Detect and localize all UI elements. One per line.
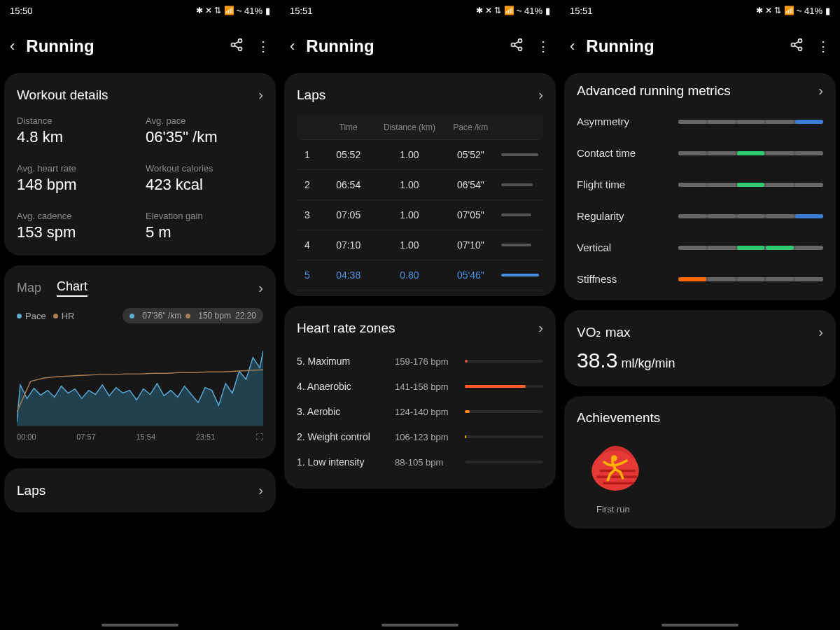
metric-bar bbox=[678, 214, 823, 218]
app-header: ‹ Running ⋮ bbox=[560, 21, 840, 69]
lap-time: 04:38 bbox=[318, 270, 379, 281]
lap-number: 1 bbox=[297, 149, 318, 160]
chevron-right-icon: › bbox=[538, 320, 543, 336]
svg-line-4 bbox=[234, 41, 239, 43]
svg-point-6 bbox=[512, 43, 515, 46]
lap-bar bbox=[501, 153, 543, 156]
chart-card[interactable]: Map Chart › Pace HR 07'36" /km 150 bpm 2… bbox=[4, 265, 276, 458]
metric-row: Flight time bbox=[577, 169, 823, 200]
svg-line-8 bbox=[514, 46, 519, 48]
metric-row: Stiffness bbox=[577, 263, 823, 295]
status-time: 15:51 bbox=[290, 6, 313, 16]
stat-avg-pace: Avg. pace 06'35" /km bbox=[146, 115, 263, 146]
metric-name: Regularity bbox=[577, 210, 678, 222]
metric-row: Contact time bbox=[577, 137, 823, 169]
lap-bar bbox=[501, 274, 543, 276]
lap-pace: 05'52" bbox=[440, 149, 501, 160]
hr-zone-name: 2. Weight control bbox=[297, 431, 395, 442]
back-icon[interactable]: ‹ bbox=[570, 37, 575, 55]
svg-point-2 bbox=[239, 47, 242, 50]
battery-icon: ▮ bbox=[265, 6, 270, 16]
svg-line-13 bbox=[794, 46, 799, 48]
lap-pace: 07'10" bbox=[440, 239, 501, 251]
lap-number: 2 bbox=[297, 179, 318, 190]
page-title: Running bbox=[586, 36, 777, 56]
hr-zone-name: 1. Low intensity bbox=[297, 456, 395, 468]
hr-zone-range: 124-140 bpm bbox=[395, 407, 465, 417]
metric-bar bbox=[678, 183, 823, 187]
laps-card[interactable]: Laps › Time Distance (km) Pace /km 105:5… bbox=[284, 73, 556, 296]
home-indicator[interactable] bbox=[662, 624, 738, 626]
share-icon[interactable] bbox=[230, 38, 244, 55]
lap-row[interactable]: 206:541.0006'54" bbox=[297, 170, 543, 200]
lap-distance: 1.00 bbox=[379, 149, 440, 160]
lap-row[interactable]: 504:380.8005'46" bbox=[297, 260, 543, 290]
status-time: 15:50 bbox=[10, 6, 33, 16]
workout-details-card[interactable]: Workout details › Distance 4.8 km Avg. p… bbox=[4, 73, 276, 255]
hr-zone-range: 159-176 bpm bbox=[395, 356, 465, 367]
pace-hr-chart[interactable] bbox=[17, 329, 263, 427]
tab-chart[interactable]: Chart bbox=[57, 279, 88, 297]
hr-zone-range: 141-158 bpm bbox=[395, 382, 465, 392]
lap-time: 07:10 bbox=[318, 239, 379, 251]
metric-name: Flight time bbox=[577, 178, 678, 190]
home-indicator[interactable] bbox=[102, 624, 178, 626]
svg-point-11 bbox=[792, 43, 795, 46]
screen-1: 15:50 ✱ ✕ ⇅ 📶 ⏦ 41% ▮ ‹ Running ⋮ Workou… bbox=[0, 0, 280, 630]
share-icon[interactable] bbox=[790, 38, 804, 55]
status-bar: 15:51 ✱ ✕ ⇅ 📶 ⏦ 41% ▮ bbox=[280, 0, 560, 21]
chart-x-labels: 00:00 07:57 15:54 23:51 ⛶ bbox=[17, 433, 263, 441]
status-bar: 15:51 ✱ ✕ ⇅ 📶 ⏦ 41% ▮ bbox=[560, 0, 840, 21]
hr-zone-row: 4. Anaerobic141-158 bpm bbox=[297, 374, 543, 399]
hr-zones-card[interactable]: Heart rate zones › 5. Maximum159-176 bpm… bbox=[284, 306, 556, 489]
screen-2: 15:51 ✱ ✕ ⇅ 📶 ⏦ 41% ▮ ‹ Running ⋮ Laps ›… bbox=[280, 0, 560, 630]
stat-calories: Workout calories 423 kcal bbox=[146, 163, 263, 194]
battery-icon: ▮ bbox=[545, 6, 550, 16]
laps-card-preview[interactable]: Laps › bbox=[4, 468, 276, 512]
app-header: ‹ Running ⋮ bbox=[0, 21, 280, 69]
home-indicator[interactable] bbox=[382, 624, 458, 626]
advanced-metrics-card[interactable]: Advanced running metrics › AsymmetryCont… bbox=[564, 73, 836, 300]
laps-header-row: Time Distance (km) Pace /km bbox=[297, 115, 543, 140]
metric-name: Asymmetry bbox=[577, 115, 678, 127]
lap-distance: 0.80 bbox=[379, 270, 440, 281]
metric-name: Stiffness bbox=[577, 273, 678, 285]
hr-zone-range: 88-105 bpm bbox=[395, 457, 465, 468]
more-icon[interactable]: ⋮ bbox=[536, 38, 550, 55]
lap-row[interactable]: 407:101.0007'10" bbox=[297, 230, 543, 260]
status-bar: 15:50 ✱ ✕ ⇅ 📶 ⏦ 41% ▮ bbox=[0, 0, 280, 21]
lap-pace: 06'54" bbox=[440, 179, 501, 190]
svg-point-7 bbox=[519, 47, 522, 50]
expand-icon[interactable]: ⛶ bbox=[255, 433, 263, 441]
app-header: ‹ Running ⋮ bbox=[280, 21, 560, 69]
page-title: Running bbox=[306, 36, 497, 56]
svg-line-14 bbox=[794, 41, 799, 43]
share-icon[interactable] bbox=[510, 38, 524, 55]
stat-elevation: Elevation gain 5 m bbox=[146, 211, 263, 241]
battery-icon: ▮ bbox=[825, 6, 830, 16]
stat-distance: Distance 4.8 km bbox=[17, 115, 134, 146]
metric-row: Asymmetry bbox=[577, 106, 823, 137]
metric-row: Regularity bbox=[577, 200, 823, 232]
lap-distance: 1.00 bbox=[379, 179, 440, 190]
hr-zone-bar bbox=[465, 385, 543, 388]
lap-bar bbox=[501, 244, 543, 246]
metric-bar bbox=[678, 246, 823, 250]
more-icon[interactable]: ⋮ bbox=[256, 38, 270, 55]
svg-line-3 bbox=[234, 46, 239, 48]
back-icon[interactable]: ‹ bbox=[10, 37, 15, 55]
lap-row[interactable]: 307:051.0007'05" bbox=[297, 200, 543, 230]
hr-zone-name: 5. Maximum bbox=[297, 356, 395, 367]
hr-zone-row: 2. Weight control106-123 bpm bbox=[297, 424, 543, 449]
lap-number: 4 bbox=[297, 239, 318, 251]
hr-dot-icon bbox=[53, 314, 58, 318]
vo2max-card[interactable]: VO₂ max › 38.3 ml/kg/min bbox=[564, 310, 836, 386]
achievements-card[interactable]: Achievements First run bbox=[564, 396, 836, 528]
metric-bar bbox=[678, 120, 823, 124]
lap-bar bbox=[501, 214, 543, 216]
tab-map[interactable]: Map bbox=[17, 281, 41, 295]
chevron-right-icon: › bbox=[258, 280, 263, 296]
lap-row[interactable]: 105:521.0005'52" bbox=[297, 140, 543, 170]
more-icon[interactable]: ⋮ bbox=[816, 38, 830, 55]
back-icon[interactable]: ‹ bbox=[290, 37, 295, 55]
